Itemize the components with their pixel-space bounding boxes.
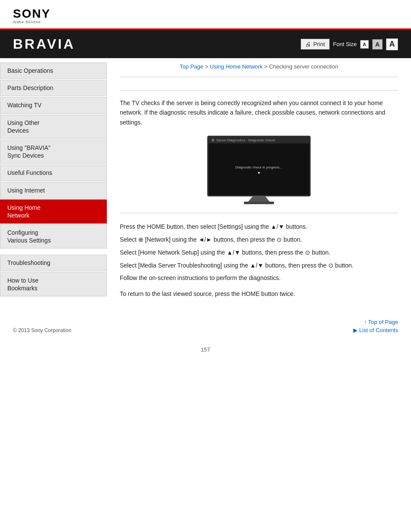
tv-image-container: 🖥 Server Diagnostics - Diagnostic Check … bbox=[120, 136, 398, 204]
tv-screen-top-bar: 🖥 Server Diagnostics - Diagnostic Check bbox=[209, 137, 309, 143]
page-description: The TV checks if the server is being cor… bbox=[120, 98, 398, 127]
step-3: Select [Home Network Setup] using the ▲/… bbox=[120, 248, 398, 258]
breadcrumb-current: Checking server connection bbox=[269, 63, 338, 70]
page-number: 157 bbox=[0, 342, 411, 357]
print-button[interactable]: 🖨 Print bbox=[301, 39, 330, 50]
main-layout: Basic Operations Parts Description Watch… bbox=[0, 58, 411, 310]
list-of-contents-link[interactable]: ▶ List of Contents bbox=[353, 327, 398, 333]
divider-top bbox=[120, 77, 398, 77]
divider-mid bbox=[120, 213, 398, 213]
sidebar-item-parts-description[interactable]: Parts Description bbox=[0, 80, 107, 96]
header-controls: 🖨 Print Font Size A A A bbox=[301, 38, 398, 50]
breadcrumb-top-page[interactable]: Top Page bbox=[180, 63, 203, 70]
tv-base bbox=[244, 202, 274, 204]
copyright: © 2013 Sony Corporation bbox=[13, 327, 72, 333]
step-2: Select ⊕ [Network] using the ◄/► buttons… bbox=[120, 235, 398, 245]
tv-screen-icon: 🖥 bbox=[211, 138, 215, 142]
font-small-button[interactable]: A bbox=[360, 40, 369, 49]
sony-logo-text: SONY bbox=[13, 8, 50, 20]
breadcrumb-using-home-network[interactable]: Using Home Network bbox=[210, 63, 263, 70]
sidebar-item-useful-functions[interactable]: Useful Functions bbox=[0, 165, 107, 181]
breadcrumb-sep2: > bbox=[264, 63, 269, 70]
sidebar-item-using-home-network[interactable]: Using HomeNetwork bbox=[0, 199, 107, 224]
step-5: Follow the on-screen instructions to per… bbox=[120, 273, 398, 283]
footer-links: ↑ Top of Page ▶ List of Contents bbox=[353, 319, 398, 333]
tv-image: 🖥 Server Diagnostics - Diagnostic Check … bbox=[207, 136, 311, 204]
sidebar-item-troubleshooting[interactable]: Troubleshooting bbox=[0, 255, 107, 271]
sidebar-item-using-internet[interactable]: Using Internet bbox=[0, 182, 107, 199]
top-bar: SONY make.believe bbox=[0, 0, 411, 28]
divider-top2 bbox=[120, 90, 398, 90]
content-area: Top Page > Using Home Network > Checking… bbox=[107, 58, 411, 310]
sidebar-item-basic-operations[interactable]: Basic Operations bbox=[0, 62, 107, 79]
sidebar-item-using-other-devices[interactable]: Using OtherDevices bbox=[0, 115, 107, 139]
sony-logo: SONY make.believe bbox=[13, 8, 50, 24]
sidebar-item-configuring-various[interactable]: ConfiguringVarious Settings bbox=[0, 224, 107, 249]
steps-section: Press the HOME button, then select [Sett… bbox=[120, 222, 398, 283]
bravia-product-title: BRAVIA bbox=[13, 36, 75, 52]
print-icon: 🖨 bbox=[305, 41, 311, 47]
sony-tagline: make.believe bbox=[13, 20, 41, 24]
step-4: Select [Media Server Troubleshooting] us… bbox=[120, 261, 398, 271]
footer: © 2013 Sony Corporation ↑ Top of Page ▶ … bbox=[0, 310, 411, 342]
content-body: The TV checks if the server is being cor… bbox=[120, 94, 398, 302]
breadcrumb: Top Page > Using Home Network > Checking… bbox=[120, 58, 398, 73]
print-label: Print bbox=[313, 41, 325, 47]
top-of-page-link[interactable]: ↑ Top of Page bbox=[364, 319, 398, 325]
tv-screen-title: Server Diagnostics - Diagnostic Check bbox=[216, 138, 275, 142]
tv-screen-dot bbox=[258, 172, 260, 174]
tv-screen-content: Diagnostic check in progress... bbox=[209, 143, 309, 195]
breadcrumb-sep1: > bbox=[205, 63, 210, 70]
sidebar-item-how-to-use-bookmarks[interactable]: How to UseBookmarks bbox=[0, 272, 107, 296]
tv-screen-text: Diagnostic check in progress... bbox=[236, 165, 283, 169]
tv-stand bbox=[248, 196, 270, 202]
font-size-label: Font Size bbox=[333, 41, 357, 47]
return-note: To return to the last viewed source, pre… bbox=[120, 290, 398, 297]
sidebar-item-using-bravia-sync[interactable]: Using "BRAVIA"Sync Devices bbox=[0, 140, 107, 164]
sidebar-item-watching-tv[interactable]: Watching TV bbox=[0, 97, 107, 113]
step-1: Press the HOME button, then select [Sett… bbox=[120, 222, 398, 232]
tv-screen-wrapper: 🖥 Server Diagnostics - Diagnostic Check … bbox=[207, 136, 311, 196]
font-large-button[interactable]: A bbox=[386, 38, 398, 50]
header-bar: BRAVIA 🖨 Print Font Size A A A bbox=[0, 28, 411, 58]
sidebar: Basic Operations Parts Description Watch… bbox=[0, 58, 107, 310]
font-medium-button[interactable]: A bbox=[372, 39, 383, 50]
